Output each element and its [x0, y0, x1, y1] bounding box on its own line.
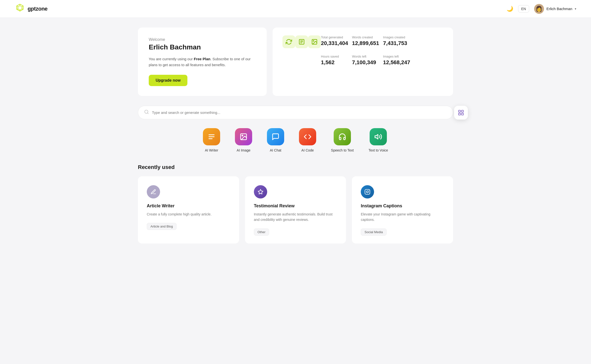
tool-speech-to-text[interactable]: Speech to Text	[331, 128, 354, 152]
logo[interactable]: gptzone	[15, 3, 48, 15]
logo-icon	[15, 3, 25, 15]
main-content: Welcome Erlich Bachman You are currently…	[123, 18, 468, 253]
images-created-label: Images created	[383, 35, 410, 39]
svg-rect-19	[461, 113, 463, 115]
svg-marker-1	[18, 6, 22, 10]
svg-rect-27	[365, 189, 370, 194]
ai-chat-label: AI Chat	[270, 148, 281, 152]
total-generated-stat: Total generated 20,331,404	[321, 35, 348, 50]
search-wrapper	[138, 106, 453, 119]
images-left-stat: Images left 12,568,247	[383, 55, 410, 69]
total-generated-label: Total generated	[321, 35, 348, 39]
top-row: Welcome Erlich Bachman You are currently…	[138, 28, 453, 96]
user-menu[interactable]: 👩 Erlich Bachman ▾	[534, 4, 576, 14]
text-to-voice-label: Text to Voice	[368, 148, 388, 152]
recently-used-title: Recently used	[138, 164, 453, 170]
instagram-card-icon	[361, 185, 374, 198]
article-writer-desc: Create a fully complete high quality art…	[147, 212, 230, 217]
ai-image-icon	[235, 128, 252, 145]
article-writer-title: Article Writer	[147, 203, 230, 209]
svg-point-13	[313, 41, 314, 41]
words-icon-cell	[295, 35, 308, 64]
image-icon	[308, 35, 321, 48]
instagram-captions-tag[interactable]: Social Media	[361, 228, 386, 236]
welcome-label: Welcome	[149, 37, 256, 42]
logo-text: gptzone	[28, 6, 48, 12]
svg-rect-18	[459, 113, 460, 115]
stats-values-grid: Total generated 20,331,404 Words created…	[321, 35, 410, 69]
ai-writer-label: AI Writer	[205, 148, 218, 152]
testimonial-review-desc: Instantly generate authentic testimonial…	[254, 212, 337, 223]
tool-ai-code[interactable]: AI Code	[299, 128, 316, 152]
text-to-voice-icon	[370, 128, 387, 145]
svg-point-24	[242, 135, 243, 136]
words-left-label: Words left	[352, 55, 379, 58]
refresh-icon	[282, 35, 295, 48]
floating-grid-icon[interactable]	[454, 106, 468, 120]
words-left-stat: Words left 7,100,349	[352, 55, 379, 69]
images-left-label: Images left	[383, 55, 410, 58]
tool-text-to-voice[interactable]: Text to Voice	[368, 128, 388, 152]
ai-chat-icon	[267, 128, 284, 145]
dark-mode-button[interactable]: 🌙	[507, 6, 513, 12]
header: gptzone 🌙 EN 👩 Erlich Bachman ▾	[0, 0, 591, 18]
images-left-value: 12,568,247	[383, 59, 410, 66]
words-created-stat: Words created 12,899,651	[352, 35, 379, 50]
welcome-plan-bold: Free Plan	[194, 57, 211, 61]
svg-marker-25	[375, 135, 378, 139]
welcome-desc-plain: You are currently using our	[149, 57, 194, 61]
ai-image-label: AI Image	[237, 148, 250, 152]
instagram-captions-card[interactable]: Instagram Captions Elevate your Instagra…	[352, 176, 453, 243]
words-created-value: 12,899,651	[352, 40, 379, 46]
images-icon-cell	[308, 35, 321, 64]
user-name-label: Erlich Bachman	[546, 7, 572, 11]
tool-ai-writer[interactable]: AI Writer	[203, 128, 220, 152]
article-writer-card[interactable]: Article Writer Create a fully complete h…	[138, 176, 239, 243]
search-bar	[138, 106, 453, 119]
testimonial-card-icon	[254, 185, 267, 198]
words-created-label: Words created	[352, 35, 379, 39]
avatar: 👩	[534, 4, 544, 14]
testimonial-review-tag[interactable]: Other	[254, 228, 269, 236]
article-writer-card-icon	[147, 185, 160, 198]
ai-code-label: AI Code	[301, 148, 314, 152]
header-right: 🌙 EN 👩 Erlich Bachman ▾	[507, 4, 576, 14]
total-generated-icon-cell	[282, 35, 295, 64]
svg-rect-17	[461, 110, 463, 112]
hours-saved-value: 1,562	[321, 59, 348, 66]
welcome-name: Erlich Bachman	[149, 43, 256, 51]
images-created-stat: Images created 7,431,753	[383, 35, 410, 50]
chevron-down-icon: ▾	[575, 7, 576, 11]
total-generated-value: 20,331,404	[321, 40, 348, 46]
welcome-card: Welcome Erlich Bachman You are currently…	[138, 28, 267, 96]
testimonial-review-title: Testimonial Review	[254, 203, 337, 209]
upgrade-now-button[interactable]: Upgrade now	[149, 75, 187, 86]
svg-line-15	[148, 113, 148, 114]
search-input[interactable]	[152, 110, 447, 115]
welcome-desc: You are currently using our Free Plan. S…	[149, 56, 256, 68]
search-section	[138, 106, 453, 119]
text-icon	[295, 35, 308, 48]
language-button[interactable]: EN	[518, 5, 529, 13]
hours-saved-stat: Hours saved 1,562	[321, 55, 348, 69]
tools-row: AI Writer AI Image AI Chat	[138, 128, 453, 152]
speech-to-text-icon	[334, 128, 351, 145]
stats-card: Total generated 20,331,404 Words created…	[273, 28, 453, 96]
ai-writer-icon	[203, 128, 220, 145]
ai-code-icon	[299, 128, 316, 145]
stats-icons-row	[282, 35, 321, 64]
tool-ai-chat[interactable]: AI Chat	[267, 128, 284, 152]
testimonial-review-card[interactable]: Testimonial Review Instantly generate au…	[245, 176, 346, 243]
cards-row: Article Writer Create a fully complete h…	[138, 176, 453, 243]
speech-to-text-label: Speech to Text	[331, 148, 354, 152]
instagram-captions-title: Instagram Captions	[361, 203, 444, 209]
recently-used-section: Recently used Article Writer Create a fu…	[138, 164, 453, 243]
search-icon	[144, 109, 149, 116]
article-writer-tag[interactable]: Article and Blog	[147, 223, 177, 230]
svg-marker-26	[258, 189, 263, 194]
svg-rect-16	[459, 110, 460, 112]
instagram-captions-desc: Elevate your Instagram game with captiva…	[361, 212, 444, 223]
tool-ai-image[interactable]: AI Image	[235, 128, 252, 152]
words-left-value: 7,100,349	[352, 59, 379, 66]
images-created-value: 7,431,753	[383, 40, 410, 46]
